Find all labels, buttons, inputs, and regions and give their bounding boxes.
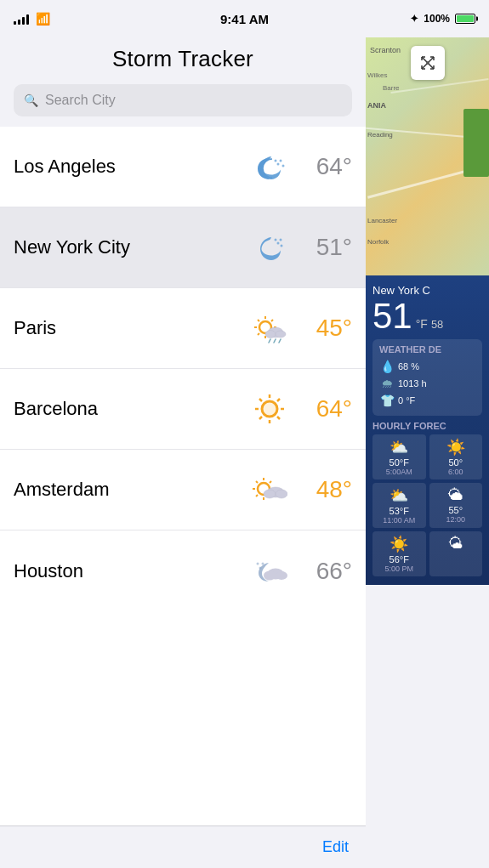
svg-point-0 [276, 163, 279, 166]
city-name: New York City [14, 236, 246, 258]
signal-bar-3 [22, 17, 25, 25]
map-label: Wilkes [367, 71, 388, 79]
temp-value: 45° [293, 315, 352, 342]
hourly-temp: 53°F [376, 506, 423, 516]
hourly-time: 5:00 PM [376, 564, 423, 573]
svg-line-38 [256, 481, 258, 483]
hourly-grid: ⛅ 50°F 5:00AM ☀️ 50° 6:00 ⛅ 53°F 11:00 A… [372, 434, 482, 576]
city-name: Barcelona [14, 398, 246, 420]
svg-point-47 [276, 571, 287, 580]
map-label: Scranton [370, 46, 401, 54]
svg-point-7 [274, 239, 276, 241]
status-bar: 📶 9:41 AM ✦ 100% [0, 0, 489, 37]
svg-point-24 [262, 401, 277, 417]
bottom-bar: Edit [0, 825, 366, 868]
hourly-time: 12:00 [433, 515, 480, 524]
humidity-icon: 💧 [379, 360, 395, 373]
feels-value: 0 °F [398, 395, 415, 406]
svg-point-6 [280, 245, 282, 247]
signal-bar-4 [26, 14, 29, 25]
hourly-item: 🌤 [429, 531, 483, 576]
svg-line-57 [422, 64, 427, 69]
weather-details-section: Weather De 💧 68 % 🌧 1013 h 👕 0 °F [372, 339, 482, 416]
detail-row-feels: 👕 0 °F [379, 394, 475, 407]
hourly-icon: 🌥 [433, 486, 480, 504]
right-panel: Scranton Wilkes Barre Reading ANIA Lanca… [366, 37, 489, 868]
svg-point-48 [259, 566, 261, 569]
city-detail-hi: 58 [431, 318, 443, 331]
svg-line-30 [277, 417, 280, 419]
status-right: ✦ 100% [410, 13, 475, 25]
map-location-button[interactable] [411, 46, 445, 80]
svg-point-18 [265, 331, 276, 338]
svg-point-5 [279, 239, 281, 241]
svg-point-49 [256, 562, 259, 564]
svg-point-46 [264, 570, 276, 580]
weather-icon [246, 150, 293, 183]
hourly-temp: 50°F [376, 457, 423, 468]
search-bar[interactable]: 🔍 Search City [14, 84, 352, 116]
temp-value: 64° [293, 153, 352, 180]
weather-icon [246, 555, 293, 587]
list-item[interactable]: Paris [0, 288, 366, 369]
weather-detail-title: Weather De [379, 344, 475, 355]
city-name: Amsterdam [14, 479, 246, 501]
edit-button[interactable]: Edit [322, 838, 349, 856]
hourly-icon: ⛅ [376, 438, 423, 457]
city-detail-name: New York C [372, 284, 482, 297]
battery-container [455, 14, 475, 24]
battery-fill [457, 15, 474, 22]
pressure-icon: 🌧 [379, 377, 395, 390]
map-label: Lancaster [367, 217, 397, 224]
signal-bars [14, 13, 29, 25]
status-left: 📶 [14, 12, 50, 26]
svg-point-19 [276, 331, 286, 338]
map-area: Scranton Wilkes Barre Reading ANIA Lanca… [366, 37, 489, 275]
bluetooth-icon: ✦ [410, 13, 418, 25]
hourly-item: ⛅ 53°F 11:00 AM [372, 483, 426, 528]
detail-row-humidity: 💧 68 % [379, 360, 475, 373]
list-item[interactable]: Amsterdam 48° [0, 450, 366, 530]
detail-row-pressure: 🌧 1013 h [379, 377, 475, 390]
svg-line-31 [277, 399, 280, 401]
search-placeholder: Search City [45, 93, 116, 108]
map-label: Norfolk [367, 238, 389, 246]
search-container: 🔍 Search City [0, 84, 366, 127]
wifi-icon: 📶 [36, 12, 50, 26]
map-label: Reading [367, 131, 393, 139]
temp-value: 51° [293, 234, 352, 261]
city-detail-temp-row: 51 °F 58 [372, 298, 482, 334]
list-item[interactable]: New York City 51° [0, 207, 366, 288]
battery-percent: 100% [424, 13, 450, 25]
svg-point-43 [264, 490, 276, 498]
svg-line-32 [259, 417, 262, 419]
humidity-value: 68 % [398, 361, 419, 372]
svg-line-21 [274, 339, 276, 343]
svg-line-40 [270, 481, 271, 483]
list-item[interactable]: Los Angeles 64° [0, 127, 366, 207]
hourly-item: ☀️ 56°F 5:00 PM [372, 531, 426, 576]
signal-bar-1 [14, 21, 16, 25]
list-item[interactable]: Houston 66° [0, 530, 366, 611]
weather-icon [246, 474, 293, 506]
hourly-time: 11:00 AM [376, 516, 423, 525]
list-item[interactable]: Barcelona 64° [0, 369, 366, 450]
svg-line-54 [429, 57, 434, 62]
svg-point-2 [281, 165, 284, 167]
svg-line-29 [259, 399, 262, 401]
hourly-icon: ☀️ [433, 438, 480, 457]
battery-icon [455, 14, 475, 24]
svg-point-50 [261, 562, 264, 564]
app-title: Storm Tracker [0, 46, 366, 72]
signal-bar-2 [18, 20, 20, 25]
svg-line-20 [269, 339, 270, 343]
city-name: Houston [14, 560, 246, 582]
map-road [390, 78, 488, 94]
svg-point-63 [426, 61, 429, 65]
feels-icon: 👕 [379, 394, 395, 407]
svg-line-22 [279, 339, 281, 343]
svg-line-51 [422, 57, 427, 62]
svg-line-13 [258, 320, 259, 321]
hourly-item: ⛅ 50°F 5:00AM [372, 434, 426, 479]
city-detail-temp: 51 [372, 298, 412, 334]
